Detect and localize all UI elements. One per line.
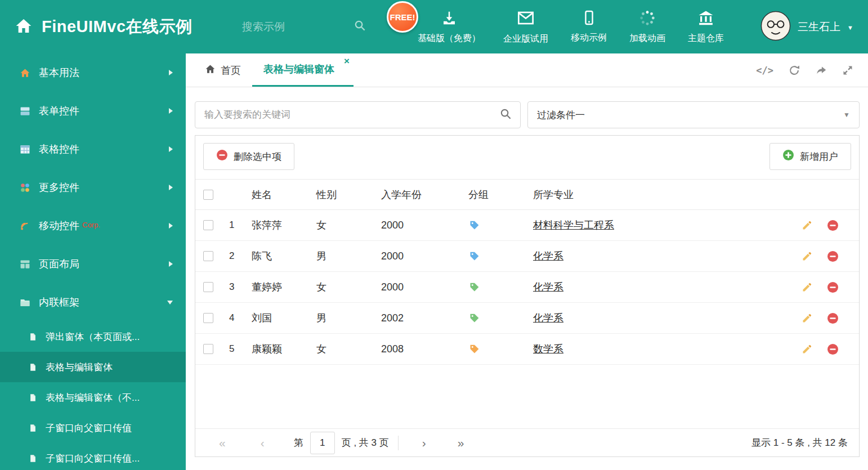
free-badge: FREE! [387,1,418,33]
sidebar-item-iframe[interactable]: 内联框架 [0,283,186,321]
table-row: 4 刘国 男 2002 化学系 [195,303,859,334]
topnav-item-label: 基础版（免费） [418,33,481,44]
sidebar-item-mobile-controls[interactable]: 移动控件 Corp. [0,207,186,245]
cell-group [468,250,533,262]
sidebar-item-page-layout[interactable]: 页面布局 [0,245,186,283]
cell-actions [791,312,859,324]
expand-icon[interactable] [842,65,853,76]
delete-icon[interactable] [827,312,839,324]
cell-name: 陈飞 [252,249,316,263]
tab-grid-edit-window[interactable]: 表格与编辑窗体 × [252,53,354,87]
delete-icon[interactable] [827,281,839,293]
pagination-first-button[interactable]: « [219,437,226,449]
envelope-icon [517,9,535,29]
header-search-input[interactable] [241,20,314,34]
topnav-item-loading-animation[interactable]: 加载动画 [629,10,665,44]
table-row: 5 康颖颖 女 2008 数学系 [195,334,859,365]
sidebar-subitem-child-to-parent[interactable]: 子窗口向父窗口传值 [0,413,186,443]
folder-icon [18,297,32,308]
keyword-search-input[interactable] [203,109,499,121]
header-checkbox-cell [195,190,223,200]
topnav-item-label: 企业版试用 [503,33,548,45]
pagination-prev-button[interactable]: ‹ [261,437,265,449]
major-link[interactable]: 化学系 [533,250,563,262]
cell-year: 2002 [381,312,468,324]
tag-icon [468,250,480,262]
filter-dropdown-value: 过滤条件一 [537,109,585,122]
row-checkbox[interactable] [203,313,213,323]
cell-actions [791,343,859,355]
row-checkbox[interactable] [203,220,213,230]
row-index: 4 [223,312,252,324]
close-icon[interactable]: × [344,56,350,67]
cell-actions [791,250,859,262]
delete-icon[interactable] [827,220,839,231]
home-icon [205,64,216,77]
edit-icon[interactable] [802,343,813,355]
file-icon [26,423,39,433]
edit-icon[interactable] [802,220,813,231]
sidebar-subitem-grid-edit-window[interactable]: 表格与编辑窗体 [0,352,186,382]
cell-year: 2000 [381,281,468,293]
edit-icon[interactable] [802,281,813,293]
topnav-item-basic-edition[interactable]: 基础版（免费） [418,10,481,44]
filter-row: 过滤条件一 ▼ [186,87,868,128]
sidebar-subitem-child-to-parent-alt[interactable]: 子窗口向父窗口传值... [0,443,186,470]
major-link[interactable]: 材料科学与工程系 [533,220,614,231]
sidebar-item-basic-usage[interactable]: 基本用法 [0,53,186,92]
delete-selected-label: 删除选中项 [234,150,281,163]
topnav-item-label: 加载动画 [629,33,665,44]
topnav-item-label: 移动示例 [571,32,607,44]
source-code-icon[interactable]: </> [756,65,773,76]
cell-actions [791,281,859,293]
tab-home[interactable]: 首页 [194,53,252,87]
avatar[interactable] [760,11,791,43]
app-home-icon[interactable] [15,17,33,37]
select-all-checkbox[interactable] [203,190,213,200]
pagination-page-suffix: 页 , 共 3 页 [342,436,389,449]
major-link[interactable]: 数学系 [533,343,563,355]
major-link[interactable]: 化学系 [533,312,563,324]
table-row: 3 董婷婷 女 2000 化学系 [195,272,859,303]
sidebar-subitem-grid-edit-window-alt[interactable]: 表格与编辑窗体（不... [0,382,186,413]
sidebar-item-form-controls[interactable]: 表单控件 [0,92,186,130]
sidebar-subitem-label: 子窗口向父窗口传值... [46,452,140,465]
pagination-page-label: 第 [294,436,303,449]
pagination-last-button[interactable]: » [458,437,464,449]
filter-dropdown[interactable]: 过滤条件一 ▼ [527,101,860,128]
cell-gender: 女 [316,342,381,356]
topnav-item-mobile-demo[interactable]: 移动示例 [571,10,607,44]
sidebar-item-grid-controls[interactable]: 表格控件 [0,130,186,168]
cell-group [468,220,533,231]
refresh-icon[interactable] [788,64,800,77]
cell-year: 2000 [381,220,468,231]
search-icon[interactable] [499,108,512,123]
add-user-label: 新增用户 [800,150,838,163]
delete-icon[interactable] [827,343,839,355]
share-icon[interactable] [815,64,827,77]
major-link[interactable]: 化学系 [533,281,563,293]
cell-major: 数学系 [533,342,791,356]
grid-toolbar: 删除选中项 新增用户 [195,136,859,179]
row-checkbox[interactable] [203,282,213,292]
edit-icon[interactable] [802,250,813,262]
add-user-button[interactable]: 新增用户 [769,143,851,170]
delete-icon[interactable] [827,250,839,262]
topnav-item-theme-store[interactable]: 主题仓库 [688,10,724,44]
row-checkbox[interactable] [203,344,213,354]
column-major: 所学专业 [533,188,791,202]
edit-icon[interactable] [802,312,813,324]
delete-selected-button[interactable]: 删除选中项 [203,143,294,170]
cell-major: 化学系 [533,249,791,263]
topnav-item-label: 主题仓库 [688,33,724,44]
header-search [241,0,366,53]
pagination-next-button[interactable]: › [422,437,426,449]
pagination-page-input[interactable] [310,432,335,454]
user-menu[interactable]: 三生石上 ▼ [760,0,853,53]
topnav-item-enterprise-trial[interactable]: 企业版试用 [503,9,548,45]
sidebar-subitem-popup-window[interactable]: 弹出窗体（本页面或... [0,321,186,352]
sidebar-item-more-controls[interactable]: 更多控件 [0,168,186,207]
tag-icon [468,220,480,231]
search-icon[interactable] [354,19,366,34]
row-checkbox[interactable] [203,251,213,261]
